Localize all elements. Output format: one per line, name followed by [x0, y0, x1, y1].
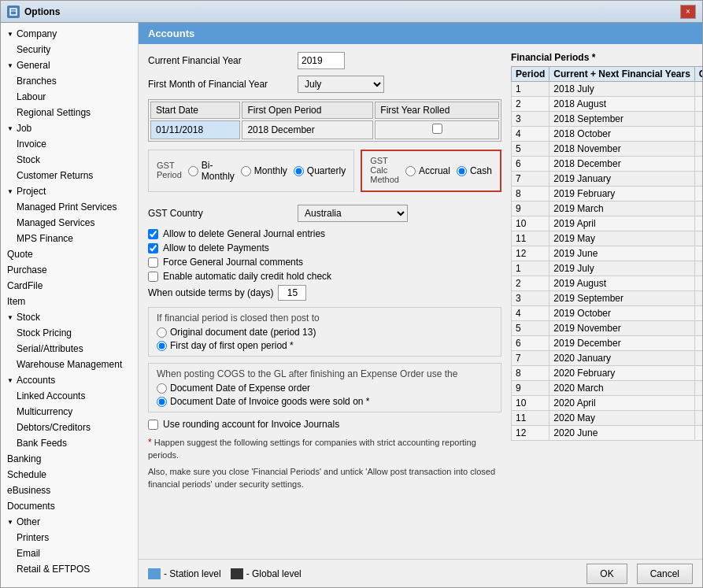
sidebar-item-debtors-creditors[interactable]: Debtors/Creditors [1, 420, 138, 435]
gst-monthly-label[interactable]: Monthly [241, 165, 287, 176]
left-section: Current Financial Year First Month of Fi… [148, 52, 501, 551]
sidebar-item-stock-main[interactable]: ▼ Stock [1, 309, 138, 325]
sidebar-item-cardfile[interactable]: CardFile [1, 278, 138, 294]
fp-table-row: 92020 March [511, 381, 702, 396]
fp-closed-cell [694, 411, 702, 426]
sidebar-item-branches[interactable]: Branches [1, 73, 138, 89]
fp-closed-cell [694, 381, 702, 396]
sidebar-item-item[interactable]: Item [1, 294, 138, 309]
sidebar-item-linked-accounts[interactable]: Linked Accounts [1, 388, 138, 404]
fp-year-month-cell: 2018 September [549, 112, 695, 127]
fp-period-cell: 11 [511, 231, 549, 246]
sidebar-item-managed-print[interactable]: Managed Print Services [1, 199, 138, 215]
station-level-label: - Station level [164, 568, 221, 579]
note2: Also, make sure you close 'Financial Per… [148, 466, 501, 490]
post-first-day-radio[interactable] [157, 341, 167, 351]
current-financial-year-row: Current Financial Year [148, 52, 501, 69]
sidebar-item-customer-returns[interactable]: Customer Returns [1, 168, 138, 183]
sidebar-item-stock-pricing[interactable]: Stock Pricing [1, 325, 138, 341]
note1: * Happen suggest the following settings … [148, 436, 501, 461]
fp-period-cell: 2 [511, 97, 549, 112]
delete-journals-row: Allow to delete General Journal entries [148, 228, 501, 239]
first-year-cell [375, 120, 499, 139]
fp-year-month-cell: 2019 March [549, 202, 695, 216]
post-to-label: If financial period is closed then post … [157, 312, 493, 324]
checkbox-section: Allow to delete General Journal entries … [148, 228, 501, 301]
sidebar-item-mps-finance[interactable]: MPS Finance [1, 231, 138, 246]
delete-journals-checkbox[interactable] [148, 229, 158, 239]
sidebar-item-invoice[interactable]: Invoice [1, 136, 138, 152]
gst-quarterly-label[interactable]: Quarterly [294, 165, 346, 176]
first-month-row: First Month of Financial Year July [148, 76, 501, 93]
sidebar-item-labour[interactable]: Labour [1, 89, 138, 105]
start-date-header: Start Date [150, 102, 240, 119]
sidebar-item-printers[interactable]: Printers [1, 530, 138, 545]
post-first-day-label[interactable]: First day of first open period * [157, 340, 493, 351]
gst-country-select[interactable]: Australia [298, 205, 408, 222]
gst-country-row: GST Country Australia [148, 205, 501, 222]
sidebar-item-job[interactable]: ▼ Job [1, 120, 138, 136]
force-journal-checkbox[interactable] [148, 257, 158, 268]
gst-bimonthly-radio[interactable] [188, 166, 198, 176]
auto-credit-checkbox[interactable] [148, 272, 158, 282]
sidebar-item-general[interactable]: ▼ General [1, 57, 138, 73]
sidebar-item-managed-services[interactable]: Managed Services [1, 215, 138, 231]
cogs-invoice-radio[interactable] [157, 397, 167, 407]
sidebar-item-accounts[interactable]: ▼ Accounts [1, 372, 138, 388]
current-financial-year-input[interactable] [298, 52, 345, 69]
sidebar-item-serial-attrs[interactable]: Serial/Attributes [1, 341, 138, 357]
options-window: Options × ▼ Company Security ▼ General B… [0, 0, 703, 588]
gst-cash-radio[interactable] [457, 166, 467, 176]
cogs-invoice-label[interactable]: Document Date of Invoice goods were sold… [157, 396, 493, 407]
sidebar-item-other[interactable]: ▼ Other [1, 514, 138, 530]
sidebar-item-regional[interactable]: Regional Settings [1, 105, 138, 120]
sidebar-item-purchase[interactable]: Purchase [1, 262, 138, 278]
post-original-label[interactable]: Original document date (period 13) [157, 327, 493, 338]
ok-button[interactable]: OK [586, 564, 627, 584]
cancel-button[interactable]: Cancel [637, 564, 693, 584]
sidebar-item-banking[interactable]: Banking [1, 451, 138, 467]
sidebar-item-project[interactable]: ▼ Project [1, 183, 138, 199]
first-year-checkbox[interactable] [432, 124, 442, 134]
sidebar-item-retail-eftpos[interactable]: Retail & EFTPOS [1, 561, 138, 577]
gst-quarterly-radio[interactable] [294, 166, 304, 176]
sidebar-item-bank-feeds[interactable]: Bank Feeds [1, 435, 138, 451]
cogs-expense-radio[interactable] [157, 383, 167, 394]
sidebar-item-schedule[interactable]: Schedule [1, 467, 138, 483]
sidebar-item-security[interactable]: Security [1, 42, 138, 57]
sidebar-item-documents[interactable]: Documents [1, 498, 138, 514]
sidebar-item-stock-job[interactable]: Stock [1, 152, 138, 168]
sidebar-item-company[interactable]: ▼ Company [1, 26, 138, 42]
sidebar-item-email[interactable]: Email [1, 545, 138, 561]
fp-table-row: 12019 July [511, 261, 702, 276]
fp-period-cell: 7 [511, 351, 549, 366]
gst-accrual-label[interactable]: Accrual [405, 165, 450, 176]
post-original-radio[interactable] [157, 327, 167, 338]
gst-monthly-radio[interactable] [241, 166, 251, 176]
cogs-expense-label[interactable]: Document Date of Expense order [157, 383, 493, 394]
fp-table-row: 42019 October [511, 306, 702, 321]
close-button[interactable]: × [680, 5, 696, 19]
days-input[interactable] [278, 285, 306, 301]
sidebar-item-warehouse[interactable]: Warehouse Management [1, 357, 138, 372]
fp-closed-cell [694, 426, 702, 441]
fp-table-row: 122019 June [511, 246, 702, 261]
fp-period-cell: 8 [511, 366, 549, 381]
fp-table-row: 62018 December [511, 157, 702, 172]
sidebar-item-quote[interactable]: Quote [1, 246, 138, 262]
sidebar-item-multicurrency[interactable]: Multicurrency [1, 404, 138, 420]
fp-period-cell: 7 [511, 172, 549, 187]
rounding-checkbox[interactable] [148, 420, 158, 430]
financial-periods-title: Financial Periods * [511, 52, 702, 63]
when-outside-row: When outside terms by (days) [148, 285, 501, 301]
sidebar-item-ebusiness[interactable]: eBusiness [1, 483, 138, 498]
fp-period-cell: 8 [511, 187, 549, 202]
fp-year-month-cell: 2018 November [549, 142, 695, 157]
gst-bimonthly-label[interactable]: Bi-Monthly [188, 160, 235, 182]
asterisk-icon: * [148, 437, 152, 448]
first-month-select[interactable]: July [298, 76, 384, 93]
gst-cash-label[interactable]: Cash [457, 165, 492, 176]
gst-accrual-radio[interactable] [405, 166, 416, 176]
triangle-icon: ▼ [7, 188, 13, 195]
delete-payments-checkbox[interactable] [148, 243, 158, 253]
